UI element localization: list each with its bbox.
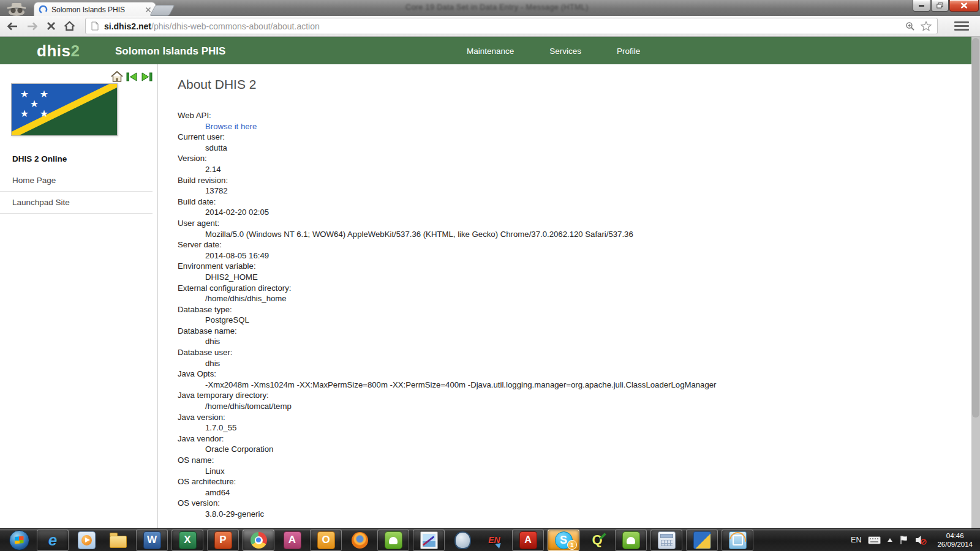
language-indicator[interactable]: EN	[851, 536, 861, 544]
about-label: Current user:	[178, 132, 971, 143]
about-value: /home/dhis/tomcat/temp	[178, 401, 971, 412]
adobe-reader-icon: A	[519, 531, 537, 549]
browser-toolbar: si.dhis2.net/phis/dhis-web-commons-about…	[0, 16, 980, 37]
ms-powerpoint[interactable]: P	[207, 530, 239, 551]
browser-tab[interactable]: Solomon Islands PHIS	[34, 2, 156, 17]
restore-button[interactable]	[931, 0, 949, 12]
about-value: amd64	[178, 487, 971, 498]
media-app[interactable]	[686, 530, 718, 551]
url-text: si.dhis2.net/phis/dhis-web-commons-about…	[104, 21, 900, 31]
about-label: OS architecture:	[178, 476, 971, 487]
show-hidden-icons-icon[interactable]	[888, 538, 892, 542]
about-value: dhis	[178, 358, 971, 369]
about-value: 1.7.0_55	[178, 422, 971, 433]
favicon-icon	[39, 5, 48, 14]
header-nav: MaintenanceServicesProfile	[467, 37, 640, 65]
dhis2-logo[interactable]: dhis2	[37, 37, 80, 65]
main-content: About DHIS 2 Web API:Browse it hereCurre…	[159, 64, 971, 528]
about-value: /home/dhis/dhis_home	[178, 293, 971, 304]
clock-date: 26/09/2014	[937, 540, 973, 549]
photo-viewer[interactable]	[413, 530, 445, 551]
about-label: OS version:	[178, 498, 971, 509]
about-label: Java temporary directory:	[178, 390, 971, 401]
about-label: External configuration directory:	[178, 283, 971, 294]
skype[interactable]: S1	[548, 530, 579, 551]
back-icon[interactable]	[6, 21, 18, 31]
ms-outlook-icon: O	[317, 531, 335, 549]
postgresql[interactable]	[448, 530, 477, 550]
start-button[interactable]	[5, 530, 33, 550]
window-controls	[913, 0, 979, 12]
svg-text:★: ★	[20, 89, 29, 99]
action-center-flag-icon[interactable]	[899, 535, 908, 545]
firefox[interactable]	[345, 530, 374, 550]
scrollbar[interactable]	[971, 37, 980, 528]
url-bar[interactable]: si.dhis2.net/phis/dhis-web-commons-about…	[85, 18, 938, 34]
windows-media-player-icon	[78, 531, 96, 549]
ms-word-icon: W	[143, 531, 161, 549]
about-value[interactable]: Browse it here	[178, 121, 971, 132]
page-title: About DHIS 2	[178, 77, 971, 92]
tab-close-icon[interactable]	[145, 7, 151, 13]
minimize-button[interactable]	[913, 0, 930, 12]
windows-media-player[interactable]	[72, 530, 100, 550]
about-label: Database type:	[178, 304, 971, 315]
nav-services[interactable]: Services	[549, 47, 581, 56]
about-label: User agent:	[178, 218, 971, 229]
internet-explorer[interactable]: e	[37, 530, 69, 551]
about-label: Database user:	[178, 347, 971, 358]
endnote[interactable]: EN	[480, 530, 508, 550]
stop-icon[interactable]	[47, 21, 56, 31]
ms-outlook[interactable]: O	[310, 530, 342, 551]
browser-menu-icon[interactable]	[954, 21, 969, 31]
windows-explorer[interactable]	[104, 530, 132, 550]
home-icon[interactable]	[64, 21, 75, 31]
taskbar-clock[interactable]: 04:46 26/09/2014	[933, 531, 973, 549]
scrollbar-thumb[interactable]	[972, 38, 979, 418]
about-value: 13782	[178, 186, 971, 197]
screen: Core 19 Data Set in Data Entry - Message…	[0, 0, 980, 551]
adobe-reader[interactable]: A	[512, 530, 544, 551]
evernote[interactable]	[377, 530, 409, 551]
ms-access[interactable]: A	[278, 530, 306, 550]
browse-api-link[interactable]: Browse it here	[205, 122, 257, 131]
system-tray: EN	[851, 531, 980, 549]
nav-maintenance[interactable]: Maintenance	[467, 47, 514, 56]
volume-muted-icon[interactable]	[915, 535, 927, 545]
about-label: Web API:	[178, 110, 971, 121]
calculator[interactable]	[650, 530, 682, 551]
next-page-icon[interactable]	[140, 71, 153, 83]
previous-page-icon[interactable]	[126, 71, 138, 83]
about-label: Java version:	[178, 412, 971, 423]
postgresql-icon	[454, 531, 471, 549]
default-programs[interactable]	[722, 530, 753, 551]
forward-icon[interactable]	[26, 21, 39, 31]
about-label: Java vendor:	[178, 433, 971, 444]
app-header: dhis2 Solomon Islands PHIS MaintenanceSe…	[0, 37, 971, 64]
ms-excel[interactable]: X	[172, 530, 203, 551]
evernote-2[interactable]	[615, 530, 647, 551]
google-chrome[interactable]	[243, 530, 274, 551]
page-icon	[91, 21, 99, 31]
notification-badge: 1	[567, 540, 577, 550]
background-window-title: Core 19 Data Set in Data Entry - Message…	[405, 3, 589, 12]
ms-word[interactable]: W	[136, 530, 168, 551]
home-page-icon[interactable]	[110, 70, 124, 83]
tab-title: Solomon Islands PHIS	[51, 6, 141, 14]
zoom-icon[interactable]	[905, 21, 915, 31]
svg-text:★: ★	[30, 99, 39, 109]
default-programs-icon	[729, 531, 747, 549]
keyboard-icon[interactable]	[868, 536, 881, 544]
about-value: 2014-08-05 16:49	[178, 250, 971, 261]
nav-profile[interactable]: Profile	[617, 47, 640, 56]
sidebar-item-launchpad-site[interactable]: Launchpad Site	[0, 192, 153, 214]
about-value: Mozilla/5.0 (Windows NT 6.1; WOW64) Appl…	[178, 229, 971, 240]
close-button[interactable]	[949, 0, 979, 12]
solomon-islands-flag: ★ ★ ★ ★ ★	[11, 83, 118, 136]
bookmark-star-icon[interactable]	[921, 21, 932, 31]
ms-access-icon: A	[284, 531, 301, 549]
firefox-icon	[352, 532, 368, 549]
sidebar-item-home-page[interactable]: Home Page	[0, 170, 153, 192]
photo-viewer-icon	[420, 531, 438, 549]
qgis[interactable]: Q	[583, 530, 611, 550]
